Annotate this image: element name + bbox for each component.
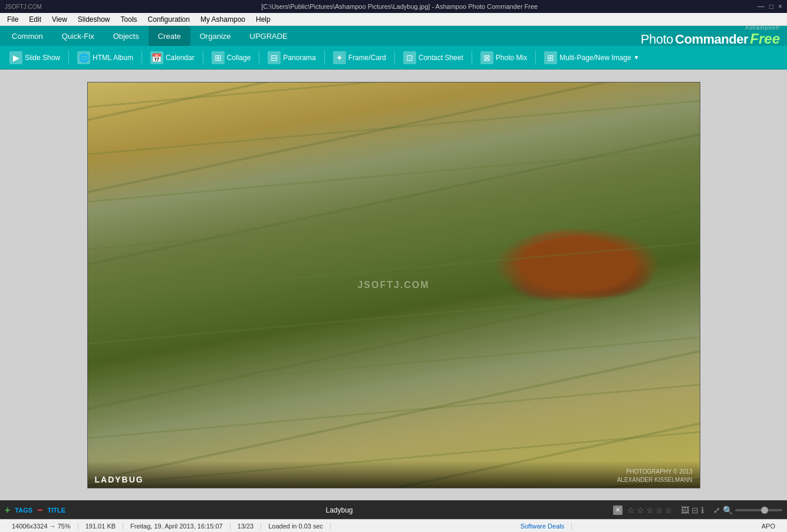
photo-mix-icon: ⊠: [480, 51, 493, 64]
toolbar-btn-slide-show[interactable]: ▶ Slide Show: [4, 49, 66, 67]
title-bar: JSOFTJ.COM [C:\Users\Public\Pictures\Ash…: [0, 0, 787, 13]
toolbar-btn-collage[interactable]: ⊞ Collage: [206, 49, 257, 67]
nav-tab-quick-fix[interactable]: Quick-Fix: [52, 26, 104, 46]
nav-tab-objects[interactable]: Objects: [104, 26, 149, 46]
maximize-button[interactable]: □: [769, 2, 773, 11]
status-zoom: 14006x3324 → 75%: [5, 523, 78, 530]
toolbar-btn-photo-mix[interactable]: ⊠ Photo Mix: [475, 49, 533, 67]
star-rating: ☆ ☆ ☆ ☆ ☆: [627, 505, 673, 515]
status-datetime: Freitag, 19. April 2013, 16:15:07: [123, 523, 230, 530]
html-album-label: HTML Album: [93, 54, 133, 62]
tag-title-bar: + TAGS − TITLE Ladybug ✕ ☆ ☆ ☆ ☆ ☆ 🖼 ⊟ ℹ…: [0, 500, 787, 519]
compare-icon[interactable]: ⊟: [691, 505, 699, 515]
image-label: LADYBUG: [95, 475, 144, 484]
menu-bar: FileEditViewSlideshowToolsConfigurationM…: [0, 13, 787, 26]
slide-show-label: Slide Show: [25, 54, 60, 62]
star-1[interactable]: ☆: [627, 505, 635, 515]
zoom-slider[interactable]: [735, 509, 782, 511]
image-display: JSOFTJ.COM: [88, 82, 700, 488]
filename-display: Ladybug: [70, 506, 608, 514]
contact-sheet-icon: ⊡: [403, 51, 416, 64]
nav-tab-upgrade[interactable]: UPGRADE: [241, 26, 297, 46]
logo-brand: Ashampoo®: [641, 25, 780, 31]
toolbar-separator-7: [472, 51, 472, 65]
status-loadtime: Loaded in 0.03 sec: [261, 523, 331, 530]
toolbar-separator-5: [324, 51, 325, 65]
toolbar-separator-1: [68, 51, 69, 65]
frame-card-label: Frame/Card: [348, 54, 386, 62]
title-bar-watermark-left: JSOFTJ.COM: [5, 4, 42, 10]
add-tag-button[interactable]: +: [5, 505, 10, 516]
logo: Ashampoo® Photo Commander Free: [641, 25, 785, 47]
toolbar-separator-3: [203, 51, 203, 65]
nav-tab-organize[interactable]: Organize: [190, 26, 241, 46]
photo-mix-label: Photo Mix: [496, 54, 527, 62]
toolbar-btn-contact-sheet[interactable]: ⊡ Contact Sheet: [397, 49, 469, 67]
menu-view[interactable]: View: [47, 14, 72, 25]
menu-file[interactable]: File: [2, 14, 23, 25]
remove-tag-button[interactable]: −: [37, 505, 42, 516]
zoom-slider-thumb: [761, 507, 768, 514]
html-album-icon: 🌐: [77, 51, 90, 64]
menu-help[interactable]: Help: [251, 14, 275, 25]
multi-page-icon: ⊞: [544, 51, 557, 64]
toolbar-btn-multi-page[interactable]: ⊞ Multi-Page/New Image ▼: [538, 49, 645, 67]
panorama-icon: ⊟: [268, 51, 281, 64]
panorama-label: Panorama: [283, 54, 315, 62]
window-controls: — □ ×: [758, 2, 782, 11]
nav-tab-create[interactable]: Create: [149, 26, 190, 46]
logo-text: Photo Commander Free: [641, 31, 780, 47]
toolbar-btn-calendar[interactable]: 📅 Calendar: [144, 49, 200, 67]
zoom-in-icon[interactable]: 🔍: [723, 505, 733, 515]
nav-tab-common[interactable]: Common: [2, 26, 52, 46]
image-viewer[interactable]: JSOFTJ.COM LADYBUG PHOTOGRAPHY © 2013 AL…: [87, 82, 700, 488]
star-5[interactable]: ☆: [665, 505, 673, 515]
fit-window-icon[interactable]: ⤢: [713, 505, 720, 515]
tags-label: TAGS: [15, 507, 32, 514]
frame-card-icon: ✦: [333, 51, 346, 64]
title-label: TITLE: [47, 507, 65, 514]
status-filesize: 191.01 KB: [78, 523, 123, 530]
minimize-button[interactable]: —: [758, 2, 765, 11]
contact-sheet-label: Contact Sheet: [419, 54, 463, 62]
menu-configuration[interactable]: Configuration: [143, 14, 195, 25]
title-bar-title: [C:\Users\Public\Pictures\Ashampoo Pictu…: [261, 3, 538, 10]
multi-page-label: Multi-Page/New Image: [559, 54, 631, 62]
toolbar-separator-6: [394, 51, 395, 65]
star-2[interactable]: ☆: [637, 505, 644, 515]
toolbar-separator-4: [259, 51, 259, 65]
close-button[interactable]: ×: [778, 2, 782, 11]
main-content: JSOFTJ.COM LADYBUG PHOTOGRAPHY © 2013 AL…: [0, 70, 787, 500]
toolbar-separator-8: [535, 51, 536, 65]
menu-tools[interactable]: Tools: [116, 14, 142, 25]
rating-icons-area: 🖼 ⊟ ℹ: [681, 505, 704, 515]
image-icon[interactable]: 🖼: [681, 505, 689, 515]
toolbar-separator-2: [141, 51, 142, 65]
zoom-controls: ⤢ 🔍: [713, 505, 782, 515]
star-4[interactable]: ☆: [656, 505, 663, 515]
image-watermark: JSOFTJ.COM: [357, 280, 429, 290]
nav-tabs: CommonQuick-FixObjectsCreateOrganizeUPGR…: [0, 26, 787, 46]
image-credit: PHOTOGRAPHY © 2013 ALEXANDER KISSELMANN: [617, 468, 693, 484]
image-caption-bar: LADYBUG PHOTOGRAPHY © 2013 ALEXANDER KIS…: [88, 461, 700, 488]
info-icon[interactable]: ℹ: [701, 505, 704, 515]
collage-icon: ⊞: [212, 51, 225, 64]
status-software[interactable]: Software Deals: [513, 523, 572, 530]
collage-label: Collage: [227, 54, 251, 62]
toolbar-btn-panorama[interactable]: ⊟ Panorama: [262, 49, 321, 67]
menu-edit[interactable]: Edit: [24, 14, 46, 25]
status-apo: APO: [755, 523, 782, 530]
menu-my-ashampoo[interactable]: My Ashampoo: [196, 14, 250, 25]
calendar-label: Calendar: [166, 54, 195, 62]
close-search-button[interactable]: ✕: [613, 505, 623, 515]
slide-show-icon: ▶: [9, 51, 22, 64]
star-3[interactable]: ☆: [646, 505, 654, 515]
toolbar-btn-frame-card[interactable]: ✦ Frame/Card: [327, 49, 392, 67]
menu-slideshow[interactable]: Slideshow: [73, 14, 115, 25]
toolbar-btn-html-album[interactable]: 🌐 HTML Album: [71, 49, 139, 67]
toolbar: ▶ Slide Show 🌐 HTML Album 📅 Calendar ⊞ C…: [0, 46, 787, 70]
multi-page-arrow[interactable]: ▼: [634, 54, 640, 61]
status-position: 13/23: [230, 523, 262, 530]
calendar-icon: 📅: [150, 51, 163, 64]
status-bar: 14006x3324 → 75% 191.01 KB Freitag, 19. …: [0, 519, 787, 532]
